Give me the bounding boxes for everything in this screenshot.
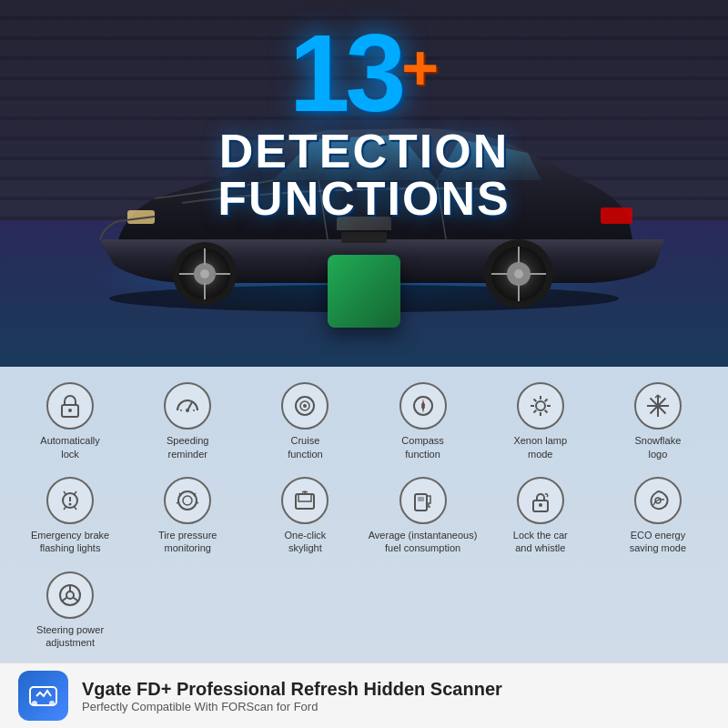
svg-point-61: [66, 592, 74, 599]
feature-lock-whistle: Lock the carand whistle: [484, 472, 597, 560]
svg-rect-55: [415, 494, 427, 511]
feature-fuel: Average (instantaneous)fuel consumption: [366, 472, 479, 560]
brand-title: Vgate FD+ Professional Refresh Hidden Sc…: [82, 679, 710, 700]
compass-label: Compassfunction: [401, 434, 443, 460]
svg-point-12: [514, 269, 523, 278]
tire-label: Tire pressuremonitoring: [158, 529, 217, 555]
auto-lock-icon: [46, 382, 94, 430]
speeding-icon: [164, 382, 211, 430]
svg-point-24: [186, 409, 189, 412]
feature-compass: Compassfunction: [366, 378, 479, 465]
emergency-label: Emergency brakeflashing lights: [31, 529, 109, 555]
fuel-label: Average (instantaneous)fuel consumption: [369, 529, 478, 555]
features-section: Automaticallylock Speedingreminder: [0, 367, 728, 662]
svg-point-29: [303, 404, 307, 408]
cruise-label: Cruisefunction: [288, 434, 323, 460]
steering-label: Steering poweradjustment: [36, 623, 104, 650]
svg-line-40: [544, 399, 547, 402]
svg-line-41: [533, 410, 536, 413]
cruise-icon: [281, 382, 329, 430]
title-container: 13+ DETECTION FUNCTIONS: [91, 18, 637, 222]
svg-rect-56: [418, 497, 424, 501]
svg-point-22: [68, 409, 72, 412]
svg-point-58: [539, 503, 542, 507]
brand-text: Vgate FD+ Professional Refresh Hidden Sc…: [82, 679, 710, 713]
hero-detection: DETECTION: [91, 127, 637, 175]
svg-line-63: [62, 597, 67, 602]
lock-whistle-label: Lock the carand whistle: [513, 529, 568, 555]
svg-line-64: [74, 597, 79, 602]
feature-emergency: Emergency brakeflashing lights: [14, 472, 126, 560]
feature-xenon: Xenon lampmode: [484, 378, 597, 465]
svg-line-39: [544, 410, 547, 413]
svg-point-66: [32, 701, 37, 706]
obd-connector: [341, 232, 387, 243]
svg-point-33: [536, 401, 545, 410]
svg-point-50: [69, 503, 72, 506]
svg-line-38: [533, 399, 536, 402]
lock-whistle-icon: [517, 477, 564, 524]
feature-auto-lock: Automaticallylock: [14, 378, 126, 465]
hero-number: 13: [289, 18, 401, 127]
snowflake-label: Snowflakelogo: [635, 434, 682, 460]
brand-icon: [18, 671, 68, 721]
snowflake-icon: [634, 382, 682, 430]
auto-lock-label: Automaticallylock: [40, 434, 99, 460]
hero-functions: FUNCTIONS: [91, 175, 637, 222]
hero-title-number-area: 13+ DETECTION FUNCTIONS: [91, 18, 637, 222]
svg-point-8: [200, 269, 209, 278]
feature-tire: Tire pressuremonitoring: [131, 472, 244, 560]
main-container: 13+ DETECTION FUNCTIONS Automaticallyloc…: [0, 0, 728, 728]
speeding-label: Speedingreminder: [167, 434, 209, 460]
xenon-label: Xenon lampmode: [513, 434, 567, 460]
eco-label: ECO energysaving mode: [630, 529, 686, 555]
bottom-banner: Vgate FD+ Professional Refresh Hidden Sc…: [0, 662, 728, 728]
feature-snowflake: Snowflakelogo: [602, 378, 714, 465]
emergency-icon: [46, 477, 94, 524]
fuel-icon: [399, 477, 447, 524]
feature-skylight: One-clickskylight: [248, 472, 361, 560]
feature-eco: ECO energysaving mode: [602, 472, 714, 560]
features-grid: Automaticallylock Speedingreminder: [14, 378, 714, 653]
svg-point-52: [183, 496, 192, 505]
compass-icon: [399, 382, 447, 430]
hero-plus: +: [401, 32, 439, 105]
tire-icon: [164, 477, 211, 524]
obd-device: [328, 230, 400, 317]
eco-icon: [634, 477, 682, 524]
feature-speeding: Speedingreminder: [131, 378, 244, 465]
skylight-icon: [281, 477, 329, 524]
feature-cruise: Cruisefunction: [248, 378, 361, 465]
feature-steering: Steering poweradjustment: [14, 567, 126, 654]
brand-subtitle: Perfectly Compatible With FORScan for Fo…: [82, 700, 710, 713]
svg-point-67: [49, 701, 55, 706]
svg-rect-54: [298, 494, 311, 501]
obd-body: [328, 255, 400, 328]
steering-icon: [46, 571, 94, 619]
svg-point-51: [178, 491, 197, 510]
hero-section: 13+ DETECTION FUNCTIONS: [0, 0, 728, 367]
xenon-icon: [517, 382, 564, 430]
skylight-label: One-clickskylight: [284, 529, 326, 555]
